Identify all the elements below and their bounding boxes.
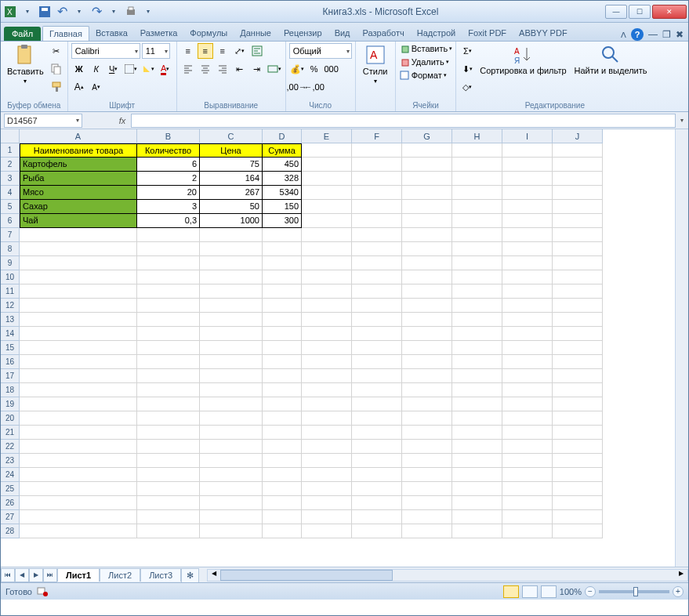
cell-I21[interactable] xyxy=(502,426,553,440)
cell-C17[interactable] xyxy=(200,369,263,383)
close-button[interactable]: ✕ xyxy=(652,5,687,19)
cell-F11[interactable] xyxy=(352,284,402,299)
cell-I27[interactable] xyxy=(502,510,553,524)
cell-I12[interactable] xyxy=(502,299,553,313)
cell-J4[interactable] xyxy=(553,186,603,200)
zoom-out-button[interactable]: − xyxy=(585,586,596,597)
fx-button[interactable]: fx xyxy=(114,116,131,125)
decrease-decimal-button[interactable]: ←,00 xyxy=(306,79,322,95)
row-header-5[interactable]: 5 xyxy=(1,200,20,214)
row-header-2[interactable]: 2 xyxy=(1,158,20,172)
ribbon-tab-2[interactable]: Разметка xyxy=(134,26,184,41)
zoom-thumb[interactable] xyxy=(633,587,638,596)
cell-B27[interactable] xyxy=(137,510,200,524)
cell-D23[interactable] xyxy=(263,454,302,468)
border-button[interactable]: ▾ xyxy=(123,61,139,77)
cell-A18[interactable] xyxy=(20,383,137,397)
styles-button[interactable]: A Стили ▾ xyxy=(359,43,392,86)
cell-A23[interactable] xyxy=(20,454,137,468)
cell-D9[interactable] xyxy=(263,256,302,270)
row-header-23[interactable]: 23 xyxy=(1,454,20,468)
cell-E22[interactable] xyxy=(302,440,352,454)
bold-button[interactable]: Ж xyxy=(71,61,87,77)
cell-J12[interactable] xyxy=(553,299,603,313)
cell-C7[interactable] xyxy=(200,228,263,242)
cell-G13[interactable] xyxy=(402,313,452,327)
cell-J2[interactable] xyxy=(553,158,603,172)
cell-J23[interactable] xyxy=(553,454,603,468)
print-preview-icon[interactable] xyxy=(123,4,139,20)
cell-I1[interactable] xyxy=(502,143,553,158)
cell-A5[interactable]: Сахар xyxy=(20,200,137,214)
cell-J27[interactable] xyxy=(553,510,603,524)
ribbon-tab-9[interactable]: Foxit PDF xyxy=(462,26,513,41)
cell-A13[interactable] xyxy=(20,313,137,327)
cell-F15[interactable] xyxy=(352,341,402,355)
cell-C16[interactable] xyxy=(200,355,263,369)
cell-J5[interactable] xyxy=(553,200,603,214)
cell-E23[interactable] xyxy=(302,454,352,468)
maximize-button[interactable]: ☐ xyxy=(629,5,651,19)
sheet-nav-2[interactable]: ▶ xyxy=(29,568,43,582)
column-header-J[interactable]: J xyxy=(553,129,603,143)
cell-F8[interactable] xyxy=(352,242,402,256)
sheet-tab-2[interactable]: Лист3 xyxy=(140,568,181,582)
cell-E21[interactable] xyxy=(302,426,352,440)
row-header-20[interactable]: 20 xyxy=(1,411,20,426)
macro-record-icon[interactable] xyxy=(37,585,48,598)
row-header-10[interactable]: 10 xyxy=(1,270,20,284)
cell-D6[interactable]: 300 xyxy=(263,214,302,228)
orientation-button[interactable]: ⤢▾ xyxy=(232,43,248,59)
cell-I16[interactable] xyxy=(502,355,553,369)
ribbon-tab-10[interactable]: ABBYY PDF xyxy=(513,26,574,41)
cell-H14[interactable] xyxy=(452,327,502,341)
cell-D24[interactable] xyxy=(263,468,302,482)
cell-H25[interactable] xyxy=(452,482,502,496)
cell-H2[interactable] xyxy=(452,158,502,172)
cell-H15[interactable] xyxy=(452,341,502,355)
align-middle-button[interactable]: ≡ xyxy=(198,43,213,59)
cell-G18[interactable] xyxy=(402,383,452,397)
decrease-indent-button[interactable]: ⇤ xyxy=(232,61,248,77)
cell-E16[interactable] xyxy=(302,355,352,369)
cell-C28[interactable] xyxy=(200,524,263,538)
cell-H24[interactable] xyxy=(452,468,502,482)
cell-E11[interactable] xyxy=(302,284,352,299)
cell-H22[interactable] xyxy=(452,440,502,454)
ribbon-tab-4[interactable]: Данные xyxy=(234,26,277,41)
cell-B14[interactable] xyxy=(137,327,200,341)
cell-D27[interactable] xyxy=(263,510,302,524)
align-left-button[interactable] xyxy=(180,61,196,77)
cell-J8[interactable] xyxy=(553,242,603,256)
row-header-1[interactable]: 1 xyxy=(1,143,20,158)
row-header-7[interactable]: 7 xyxy=(1,228,20,242)
cell-G12[interactable] xyxy=(402,299,452,313)
ribbon-tab-3[interactable]: Формулы xyxy=(183,26,234,41)
cell-F13[interactable] xyxy=(352,313,402,327)
cell-I13[interactable] xyxy=(502,313,553,327)
cell-A20[interactable] xyxy=(20,411,137,426)
cell-G15[interactable] xyxy=(402,341,452,355)
cell-I18[interactable] xyxy=(502,383,553,397)
cell-D21[interactable] xyxy=(263,426,302,440)
column-header-D[interactable]: D xyxy=(263,129,302,143)
cell-B12[interactable] xyxy=(137,299,200,313)
cell-B13[interactable] xyxy=(137,313,200,327)
ribbon-tab-7[interactable]: Разработч xyxy=(357,26,411,41)
cell-B15[interactable] xyxy=(137,341,200,355)
undo-icon[interactable]: ↶ xyxy=(54,4,70,20)
font-color-button[interactable]: A▾ xyxy=(158,61,173,77)
row-header-4[interactable]: 4 xyxy=(1,186,20,200)
column-header-F[interactable]: F xyxy=(352,129,402,143)
cell-A4[interactable]: Мясо xyxy=(20,186,137,200)
clear-button[interactable]: ◇▾ xyxy=(459,79,475,95)
paste-button[interactable]: Вставить ▾ xyxy=(4,43,47,86)
cell-J7[interactable] xyxy=(553,228,603,242)
ribbon-tab-1[interactable]: Вставка xyxy=(89,26,134,41)
ribbon-tab-0[interactable]: Главная xyxy=(42,26,89,41)
cell-G27[interactable] xyxy=(402,510,452,524)
cell-I8[interactable] xyxy=(502,242,553,256)
cell-J6[interactable] xyxy=(553,214,603,228)
cell-C20[interactable] xyxy=(200,411,263,426)
cell-C5[interactable]: 50 xyxy=(200,200,263,214)
